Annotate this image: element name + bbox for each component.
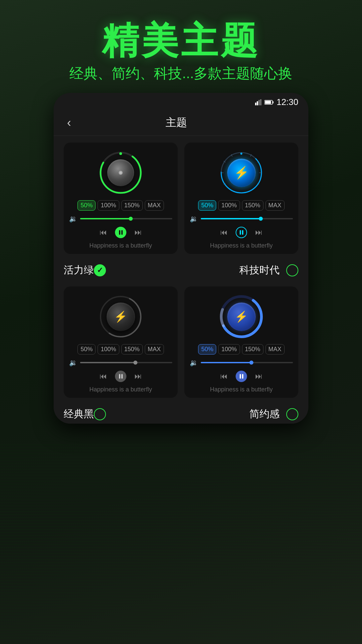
speed-max-green[interactable]: MAX: [145, 200, 164, 211]
svg-rect-5: [273, 101, 274, 103]
speed-max-gray[interactable]: MAX: [145, 344, 164, 355]
main-title: 精美主题: [0, 20, 362, 61]
song-title-green: Happiness is a butterfly: [89, 242, 152, 249]
speed-50-gray[interactable]: 50%: [77, 344, 96, 355]
svg-rect-6: [265, 101, 271, 104]
green-arc-svg: [99, 151, 142, 195]
play-btn-green[interactable]: [115, 227, 126, 238]
speed-50-green[interactable]: 50%: [77, 200, 96, 211]
play-btn-gray[interactable]: [115, 371, 126, 382]
speed-150-green[interactable]: 150%: [121, 200, 143, 211]
song-title-cyan: Happiness is a butterfly: [210, 242, 273, 249]
vol-fill-gray: [80, 362, 135, 363]
phone-frame: 12:30 ‹ 主题 50% 100% 150%: [54, 93, 308, 424]
vol-fill-green: [80, 218, 131, 219]
volume-icon-blue: 🔉: [190, 359, 198, 367]
volume-icon-green: 🔉: [69, 215, 77, 223]
status-time: 12:30: [277, 97, 298, 107]
volume-row-green: 🔉: [69, 215, 172, 223]
next-btn-green[interactable]: ⏭: [134, 228, 142, 237]
speed-150-cyan[interactable]: 150%: [242, 200, 263, 211]
knob-gray: ⚡: [97, 293, 144, 340]
volume-icon-cyan: 🔉: [190, 215, 198, 223]
next-btn-blue[interactable]: ⏭: [255, 372, 262, 381]
themes-grid-2: ⚡ 50% 100% 150% MAX 🔉 ⏮: [54, 280, 308, 405]
volume-row-gray: 🔉: [69, 359, 172, 367]
svg-rect-3: [260, 99, 261, 105]
theme-label-row-2: 经典黑 简约感: [54, 405, 308, 424]
status-icons: 12:30: [255, 97, 298, 107]
svg-point-9: [119, 152, 122, 155]
speed-50-blue[interactable]: 50%: [198, 344, 216, 355]
theme-name-green: 活力绿: [64, 263, 94, 277]
vol-thumb-green: [129, 217, 133, 221]
check-icon: ✓: [97, 266, 103, 275]
theme-card-cyan[interactable]: ⚡ 50% 100% 150% MAX 🔉 ⏮: [184, 143, 298, 254]
speed-buttons-cyan: 50% 100% 150% MAX: [198, 200, 284, 211]
vol-track-green[interactable]: [80, 218, 172, 219]
prev-btn-gray[interactable]: ⏮: [100, 372, 107, 381]
next-btn-cyan[interactable]: ⏭: [255, 228, 262, 237]
status-bar: 12:30: [54, 93, 308, 110]
select-indicator-blue[interactable]: [286, 408, 298, 420]
next-btn-gray[interactable]: ⏭: [134, 372, 142, 381]
speed-max-cyan[interactable]: MAX: [265, 200, 285, 211]
theme-card-blue[interactable]: ⚡ 50% 100% 150% MAX 🔉 ⏮: [184, 286, 298, 398]
nav-title: 主题: [71, 115, 282, 130]
controls-blue: ⏮ ⏭: [220, 371, 262, 382]
speed-max-blue[interactable]: MAX: [265, 344, 285, 355]
theme-card-green[interactable]: 50% 100% 150% MAX 🔉 ⏮: [64, 143, 178, 254]
selected-indicator-green[interactable]: ✓: [94, 264, 106, 276]
volume-row-cyan: 🔉: [190, 215, 293, 223]
prev-btn-cyan[interactable]: ⏮: [220, 228, 228, 237]
vol-fill-blue: [201, 362, 251, 363]
speed-buttons-blue: 50% 100% 150% MAX: [198, 344, 284, 355]
theme-label-row-1: 活力绿 ✓ 科技时代: [54, 261, 308, 280]
themes-grid: 50% 100% 150% MAX 🔉 ⏮: [54, 136, 308, 261]
svg-point-21: [240, 153, 242, 155]
select-indicator-cyan[interactable]: [286, 264, 298, 276]
knob-blue: ⚡: [218, 293, 265, 340]
theme-name-gray: 经典黑: [64, 407, 94, 421]
header-section: 精美主题 经典、简约、科技...多款主题随心换: [0, 0, 362, 93]
vol-fill-cyan: [201, 218, 261, 219]
speed-100-blue[interactable]: 100%: [218, 344, 240, 355]
speed-150-blue[interactable]: 150%: [242, 344, 263, 355]
speed-buttons-green: 50% 100% 150% MAX: [77, 200, 164, 211]
speed-100-cyan[interactable]: 100%: [218, 200, 240, 211]
prev-btn-blue[interactable]: ⏮: [220, 372, 228, 381]
blue-arc-svg: [220, 295, 263, 338]
volume-icon-gray: 🔉: [69, 359, 77, 367]
svg-rect-2: [258, 100, 260, 105]
song-title-blue: Happiness is a butterfly: [210, 386, 273, 393]
volume-row-blue: 🔉: [190, 359, 293, 367]
vol-track-gray[interactable]: [80, 362, 172, 363]
speed-100-green[interactable]: 100%: [98, 200, 119, 211]
vol-thumb-gray: [133, 361, 137, 365]
select-indicator-gray[interactable]: [94, 408, 106, 420]
vol-thumb-blue: [249, 361, 253, 365]
cyan-arc-svg: [220, 151, 263, 195]
theme-card-gray[interactable]: ⚡ 50% 100% 150% MAX 🔉 ⏮: [64, 286, 178, 398]
play-btn-cyan[interactable]: [236, 227, 247, 238]
svg-rect-0: [255, 103, 256, 105]
knob-cyan: ⚡: [218, 149, 265, 196]
speed-100-gray[interactable]: 100%: [98, 344, 119, 355]
sub-title: 经典、简约、科技...多款主题随心换: [0, 64, 362, 83]
vol-track-cyan[interactable]: [201, 218, 293, 219]
controls-cyan: ⏮ ⏭: [220, 227, 262, 238]
theme-name-blue: 简约感: [249, 407, 280, 421]
bg-lines: [0, 443, 362, 644]
controls-gray: ⏮ ⏭: [100, 371, 142, 382]
speed-150-gray[interactable]: 150%: [121, 344, 143, 355]
vol-track-blue[interactable]: [201, 362, 293, 363]
play-btn-blue[interactable]: [236, 371, 247, 382]
speed-50-cyan[interactable]: 50%: [198, 200, 216, 211]
back-button[interactable]: ‹: [67, 116, 71, 130]
signal-icon: [255, 99, 262, 105]
knob-green: [97, 149, 144, 196]
theme-name-cyan: 科技时代: [239, 263, 280, 277]
battery-icon: [264, 100, 274, 105]
prev-btn-green[interactable]: ⏮: [100, 228, 107, 237]
svg-rect-1: [257, 101, 258, 105]
